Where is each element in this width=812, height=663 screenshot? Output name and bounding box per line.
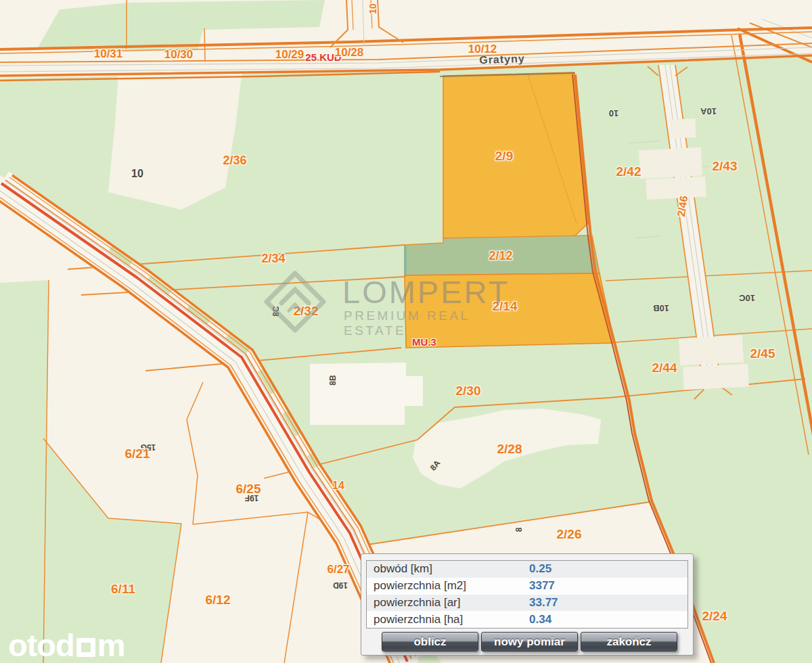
zakoncz-button[interactable]: zakończ bbox=[581, 632, 677, 651]
logo-text-right: m bbox=[97, 626, 125, 663]
hollow-square-icon bbox=[76, 638, 95, 657]
oblicz-button[interactable]: oblicz bbox=[382, 632, 478, 651]
row-label: powierzchnia [m2] bbox=[367, 579, 466, 593]
otodom-logo: otod m bbox=[8, 626, 125, 663]
measurement-buttons: oblicz nowy pomiar zakończ bbox=[366, 632, 688, 651]
row-value: 0.25 bbox=[529, 562, 551, 576]
table-row-powierzchnia-m2: powierzchnia [m2] 3377 bbox=[367, 578, 687, 595]
cadastral-map-viewport[interactable]: 10/3110/3010/2925 KUD10/2810/12Gratyny10… bbox=[0, 0, 812, 663]
row-label: powierzchnia [ar] bbox=[367, 596, 461, 610]
row-value: 33.77 bbox=[529, 596, 558, 610]
parcel-2-14 bbox=[405, 273, 614, 348]
row-value: 0.34 bbox=[529, 613, 551, 626]
table-row-obwod: obwód [km] 0.25 bbox=[367, 561, 687, 578]
table-row-powierzchnia-ar: powierzchnia [ar] 33.77 bbox=[367, 595, 687, 612]
parcel-2-9 bbox=[443, 72, 588, 238]
logo-text-left: otod bbox=[8, 626, 74, 663]
measurement-table: obwód [km] 0.25 powierzchnia [m2] 3377 p… bbox=[366, 560, 688, 628]
table-row-powierzchnia-ha: powierzchnia [ha] 0.34 bbox=[367, 611, 687, 628]
blob-10 bbox=[108, 70, 242, 210]
row-label: powierzchnia [ha] bbox=[367, 613, 463, 626]
row-value: 3377 bbox=[529, 579, 555, 593]
row-label: obwód [km] bbox=[367, 562, 432, 576]
measurement-panel: obwód [km] 0.25 powierzchnia [m2] 3377 p… bbox=[361, 553, 694, 656]
nowy-pomiar-button[interactable]: nowy pomiar bbox=[481, 632, 578, 651]
